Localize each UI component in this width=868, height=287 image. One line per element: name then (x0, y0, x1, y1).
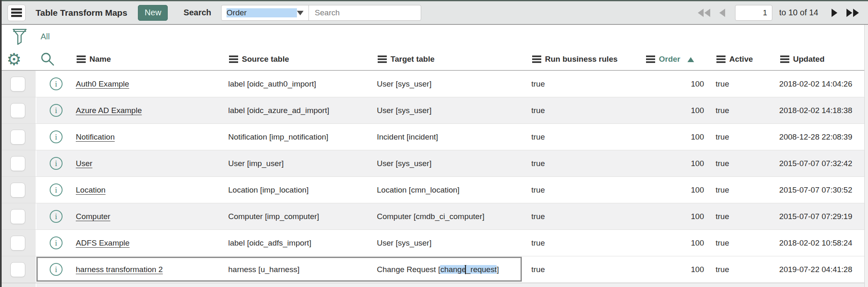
previous-page-button[interactable] (719, 9, 725, 17)
source-table-cell[interactable]: label [oidc_azure_ad_import] (228, 106, 377, 115)
list-context-menu-button[interactable] (7, 5, 26, 21)
column-header-active[interactable]: Active (705, 55, 779, 64)
source-table-cell[interactable]: Location [imp_location] (228, 186, 377, 195)
target-table-cell[interactable]: Incident [incident] (377, 133, 531, 142)
table-row[interactable]: i ADFS Example label [oidc_adfs_import] … (0, 230, 868, 256)
column-header-run-business-rules[interactable]: Run business rules (532, 55, 646, 64)
record-link[interactable]: harness transformation 2 (76, 265, 163, 274)
info-icon[interactable]: i (50, 77, 63, 90)
row-checkbox[interactable] (10, 103, 25, 118)
row-checkbox[interactable] (10, 77, 25, 92)
source-table-cell[interactable]: User [imp_user] (228, 159, 377, 168)
updated-cell[interactable]: 2018-02-02 10:58:24 (778, 239, 868, 248)
filter-icon[interactable] (12, 28, 28, 45)
active-cell[interactable]: true (704, 133, 778, 142)
active-cell[interactable]: true (704, 80, 778, 89)
active-cell[interactable]: true (704, 239, 778, 248)
search-column-select[interactable]: Order (221, 5, 309, 21)
row-checkbox[interactable] (10, 183, 25, 198)
target-table-cell[interactable]: Change Request [change_request ] (377, 265, 531, 274)
record-link[interactable]: Notification (76, 133, 115, 141)
table-row[interactable]: i User User [imp_user] User [sys_user] t… (0, 150, 868, 177)
order-cell[interactable]: 100 (645, 186, 704, 195)
run-business-rules-cell[interactable]: true (531, 80, 645, 89)
updated-cell[interactable]: 2018-02-02 14:18:38 (778, 106, 868, 115)
run-business-rules-cell[interactable]: true (531, 212, 645, 221)
run-business-rules-cell[interactable]: true (531, 186, 645, 195)
search-input[interactable] (309, 5, 421, 21)
column-header-updated[interactable]: Updated (779, 55, 868, 64)
updated-cell[interactable]: 2018-02-02 14:04:26 (778, 80, 868, 89)
search-icon[interactable] (40, 52, 55, 67)
table-row[interactable]: i Azure AD Example label [oidc_azure_ad_… (0, 97, 868, 124)
record-link[interactable]: Azure AD Example (76, 106, 142, 115)
record-link[interactable]: Auth0 Example (76, 80, 129, 88)
last-page-button[interactable] (846, 9, 859, 17)
table-row-focused[interactable]: i harness transformation 2 harness [u_ha… (0, 256, 868, 283)
target-table-cell[interactable]: User [sys_user] (377, 159, 531, 168)
info-icon[interactable]: i (50, 183, 63, 196)
active-cell[interactable]: true (704, 186, 778, 195)
page-number-input[interactable] (735, 5, 772, 21)
target-table-cell[interactable]: Computer [cmdb_ci_computer] (377, 212, 531, 221)
order-cell[interactable]: 100 (645, 133, 704, 142)
run-business-rules-cell[interactable]: true (531, 159, 645, 168)
source-table-cell[interactable]: Computer [imp_computer] (228, 212, 377, 221)
updated-cell[interactable]: 2019-07-22 04:41:28 (778, 265, 868, 274)
next-page-button[interactable] (832, 9, 837, 17)
active-cell[interactable]: true (704, 265, 778, 274)
new-button[interactable]: New (138, 5, 168, 21)
source-table-cell[interactable]: harness [u_harness] (228, 265, 377, 274)
info-icon[interactable]: i (50, 210, 63, 223)
updated-cell[interactable]: 2015-07-07 07:32:42 (778, 159, 868, 168)
info-icon[interactable]: i (50, 130, 63, 143)
column-header-name[interactable]: Name (77, 55, 229, 64)
source-table-cell[interactable]: label [oidc_adfs_import] (228, 239, 377, 248)
order-cell[interactable]: 100 (645, 265, 704, 274)
active-cell[interactable]: true (704, 159, 778, 168)
table-row[interactable]: i Auth0 Example label [oidc_auth0_import… (0, 71, 868, 97)
table-row[interactable]: i Notification Notification [imp_notific… (0, 124, 868, 150)
row-checkbox[interactable] (10, 209, 25, 224)
run-business-rules-cell[interactable]: true (531, 133, 645, 142)
target-table-cell[interactable]: User [sys_user] (377, 106, 531, 115)
first-page-button[interactable] (698, 9, 710, 17)
active-cell[interactable]: true (704, 106, 778, 115)
record-link[interactable]: ADFS Example (76, 239, 130, 247)
order-cell[interactable]: 100 (645, 159, 704, 168)
order-cell[interactable]: 100 (645, 106, 704, 115)
target-table-cell[interactable]: User [sys_user] (377, 239, 531, 248)
info-icon[interactable]: i (50, 104, 63, 117)
target-table-cell[interactable]: User [sys_user] (377, 80, 531, 89)
run-business-rules-cell[interactable]: true (531, 239, 645, 248)
record-link[interactable]: User (76, 159, 92, 168)
table-row[interactable]: i Computer Computer [imp_computer] Compu… (0, 203, 868, 230)
column-header-source-table[interactable]: Source table (229, 55, 378, 64)
source-table-cell[interactable]: label [oidc_auth0_import] (228, 80, 377, 89)
row-checkbox[interactable] (10, 236, 25, 251)
row-checkbox[interactable] (10, 262, 25, 277)
run-business-rules-cell[interactable]: true (531, 106, 645, 115)
info-icon[interactable]: i (50, 236, 63, 249)
active-cell[interactable]: true (704, 212, 778, 221)
row-checkbox[interactable] (10, 156, 25, 171)
updated-cell[interactable]: 2015-07-07 07:30:52 (778, 186, 868, 195)
order-cell[interactable]: 100 (645, 212, 704, 221)
source-table-cell[interactable]: Notification [imp_notification] (228, 133, 377, 142)
record-link[interactable]: Location (76, 186, 106, 194)
row-checkbox[interactable] (10, 130, 25, 145)
record-link[interactable]: Computer (76, 212, 110, 221)
target-table-cell[interactable]: Location [cmn_location] (377, 186, 531, 195)
column-header-target-table[interactable]: Target table (378, 55, 532, 64)
table-row[interactable]: i Location Location [imp_location] Locat… (0, 177, 868, 203)
updated-cell[interactable]: 2008-12-28 22:08:39 (778, 133, 868, 142)
run-business-rules-cell[interactable]: true (531, 265, 645, 274)
info-icon[interactable]: i (50, 263, 63, 276)
order-cell[interactable]: 100 (645, 239, 704, 248)
info-icon[interactable]: i (50, 157, 63, 170)
updated-cell[interactable]: 2015-07-07 07:29:19 (778, 212, 868, 221)
column-header-order[interactable]: Order (646, 54, 705, 65)
vertical-scrollbar[interactable] (864, 25, 868, 287)
filter-all-link[interactable]: All (41, 32, 50, 41)
order-cell[interactable]: 100 (645, 80, 704, 89)
